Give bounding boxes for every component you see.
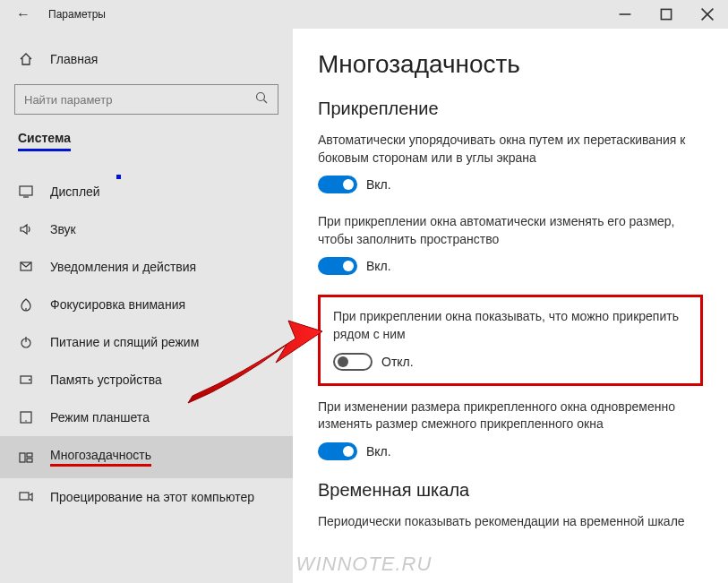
power-icon [18,335,34,349]
page-title: Многозадачность [318,50,703,79]
content-pane: Многозадачность Прикрепление Автоматичес… [293,29,728,583]
svg-rect-18 [27,459,32,462]
toggle-state: Откл. [381,355,414,369]
setting-snap-adjacent: При изменении размера прикрепленного окн… [318,399,703,460]
sidebar-item-power[interactable]: Питание и спящий режим [0,323,293,361]
sidebar-item-label: Фокусировка внимания [50,297,185,312]
setting-timeline-suggest: Периодически показывать рекомендации на … [318,513,703,531]
sidebar-item-multitasking[interactable]: Многозадачность [0,436,293,478]
watermark: WINNOTE.RU [296,553,433,576]
sidebar-item-sound[interactable]: Звук [0,210,293,248]
sidebar-item-label: Многозадачность [50,448,151,467]
setting-snap-auto: Автоматически упорядочивать окна путем и… [318,132,703,193]
setting-snap-resize: При прикреплении окна автоматически изме… [318,213,703,275]
projecting-icon [18,490,34,504]
search-box[interactable] [14,84,278,115]
svg-rect-16 [20,453,25,462]
sidebar-item-notifications[interactable]: Уведомления и действия [0,248,293,286]
sidebar-item-label: Дисплей [50,184,100,199]
search-icon [254,90,269,108]
setting-desc: При изменении размера прикрепленного окн… [318,399,703,433]
svg-rect-17 [27,453,32,457]
toggle-snap-auto[interactable] [318,176,357,193]
annotation-dot [116,175,121,179]
svg-line-5 [264,100,268,104]
sidebar-item-focus[interactable]: Фокусировка внимания [0,286,293,323]
sound-icon [18,222,34,236]
minimize-button[interactable] [604,0,646,29]
sidebar-item-tablet[interactable]: Режим планшета [0,399,293,436]
setting-desc: При прикреплении окна автоматически изме… [318,213,703,248]
home-label: Главная [50,52,98,66]
setting-desc: Автоматически упорядочивать окна путем и… [318,132,703,167]
maximize-button[interactable] [646,0,687,29]
svg-rect-19 [20,493,29,500]
toggle-snap-adjacent[interactable] [318,442,357,460]
toggle-snap-suggest[interactable] [333,353,373,371]
svg-rect-6 [20,186,32,195]
sidebar-item-label: Звук [50,222,76,236]
toggle-state: Вкл. [366,444,391,459]
sidebar-item-label: Проецирование на этот компьютер [50,490,254,504]
sidebar-item-display[interactable]: Дисплей [0,173,293,210]
back-button[interactable]: ← [16,6,30,22]
svg-rect-1 [661,9,671,19]
display-icon [18,184,34,199]
section-heading-snap: Прикрепление [318,99,703,119]
annotation-highlight-box: При прикреплении окна показывать, что мо… [318,295,703,385]
notifications-icon [18,260,34,274]
toggle-state: Вкл. [366,259,391,273]
sidebar: Главная Система Дисплей Звук [0,29,293,583]
svg-point-4 [257,93,265,101]
toggle-state: Вкл. [366,177,391,192]
tablet-icon [18,410,34,424]
close-button[interactable] [687,0,728,29]
section-heading-timeline: Временная шкала [318,480,703,501]
setting-desc: Периодически показывать рекомендации на … [318,513,703,531]
svg-point-15 [25,420,27,422]
toggle-snap-resize[interactable] [318,257,357,275]
svg-point-13 [29,379,30,381]
sidebar-item-label: Питание и спящий режим [50,335,199,349]
sidebar-item-projecting[interactable]: Проецирование на этот компьютер [0,478,293,516]
sidebar-item-label: Уведомления и действия [50,260,196,274]
setting-desc: При прикреплении окна показывать, что мо… [333,308,688,343]
focus-icon [18,297,34,312]
section-title: Система [0,131,293,157]
window-title: Параметры [48,8,106,21]
window-titlebar: ← Параметры [0,0,728,29]
home-icon [18,52,34,66]
sidebar-item-storage[interactable]: Память устройства [0,361,293,399]
search-input[interactable] [24,93,254,107]
storage-icon [18,373,34,387]
multitasking-icon [18,450,34,465]
sidebar-item-label: Память устройства [50,373,162,387]
home-nav[interactable]: Главная [0,43,293,75]
sidebar-item-label: Режим планшета [50,410,150,424]
